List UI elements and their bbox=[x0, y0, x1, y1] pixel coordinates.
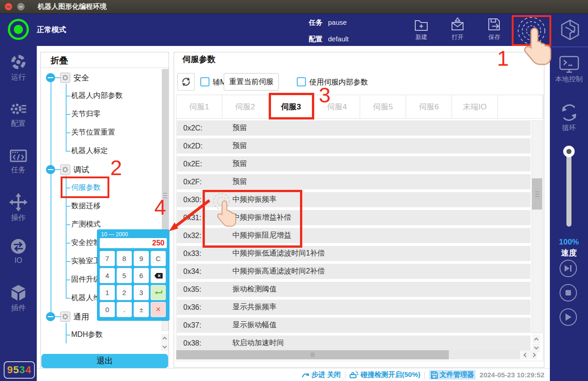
sidebar-item-run[interactable]: 运行 bbox=[0, 54, 37, 82]
tree-item-mdh-params[interactable]: MDH参数 bbox=[71, 330, 102, 340]
tree-group-general[interactable]: 通用 bbox=[74, 312, 89, 322]
step-mode-toggle[interactable]: 步进 关闭 bbox=[301, 370, 341, 379]
key-6[interactable]: 6 bbox=[134, 268, 149, 283]
reset-current-servo-button[interactable]: 重置当前伺服 bbox=[224, 73, 279, 91]
table-row[interactable]: 0x38:软启动加速时间 bbox=[177, 336, 531, 351]
tab-end-io[interactable]: 末端IO bbox=[452, 95, 498, 118]
table-row[interactable]: 0x2D:预留 bbox=[177, 138, 531, 154]
save-button[interactable]: 保存 bbox=[478, 17, 510, 41]
file-manager-button[interactable]: 文件管理器 bbox=[429, 370, 475, 380]
close-window-button[interactable] bbox=[5, 3, 12, 11]
table-row[interactable]: 0x36:显示共振频率 bbox=[177, 300, 531, 315]
tree-toggle-safety[interactable] bbox=[46, 73, 55, 82]
tree-item-production-test[interactable]: 产测模式 bbox=[71, 220, 101, 229]
table-row[interactable]: 0x31:中频抑振增益补偿 bbox=[177, 210, 531, 225]
table-scroll-left-button[interactable] bbox=[522, 351, 529, 359]
open-button[interactable]: 打开 bbox=[441, 17, 474, 41]
key-4[interactable]: 4 bbox=[100, 268, 115, 283]
table-vscrollbar-thumb[interactable] bbox=[532, 178, 542, 210]
table-row[interactable]: 0x37:显示振动幅值 bbox=[177, 318, 531, 333]
table-scroll-right-button[interactable] bbox=[530, 351, 537, 359]
key-9[interactable]: 9 bbox=[134, 251, 149, 266]
keypad-value-input[interactable]: 250 bbox=[100, 238, 167, 248]
tree-scroll-down-button[interactable] bbox=[161, 343, 169, 351]
minimize-window-button[interactable] bbox=[17, 3, 25, 11]
sidebar-item-plugin[interactable]: 插件 bbox=[0, 284, 37, 313]
key-8[interactable]: 8 bbox=[117, 251, 132, 266]
new-file-icon bbox=[413, 17, 429, 32]
table-row[interactable]: 0x34:中频抑振高通滤波时间2补偿 bbox=[177, 264, 531, 279]
table-row[interactable]: 0x30:中频抑振频率 bbox=[177, 192, 531, 207]
sidebar-item-config[interactable]: 配置 bbox=[0, 101, 37, 129]
key-0[interactable]: 0 bbox=[100, 302, 115, 317]
stop-button[interactable] bbox=[560, 284, 577, 301]
sidebar-item-task[interactable]: 任务 bbox=[0, 147, 37, 175]
skip-end-icon bbox=[564, 265, 573, 272]
speed-slider-track[interactable] bbox=[566, 146, 571, 227]
tab-servo3[interactable]: 伺服3 bbox=[268, 95, 314, 118]
tree-item-joint-zero[interactable]: 关节归零 bbox=[71, 109, 101, 119]
step-to-end-button[interactable] bbox=[560, 260, 577, 277]
use-internal-params-checkbox[interactable] bbox=[297, 77, 306, 86]
key-2[interactable]: 2 bbox=[117, 285, 132, 300]
key-decimal[interactable]: . bbox=[117, 302, 132, 317]
sidebar-item-operate[interactable]: 操作 bbox=[0, 193, 37, 223]
key-plusminus[interactable]: ± bbox=[134, 302, 149, 317]
tab-servo5[interactable]: 伺服5 bbox=[360, 95, 406, 118]
tree-item-servo-params[interactable]: 伺服参数 bbox=[71, 183, 101, 193]
tab-servo2[interactable]: 伺服2 bbox=[222, 95, 268, 118]
tree-stub bbox=[66, 261, 70, 262]
aux-mcu-checkbox[interactable] bbox=[200, 77, 209, 86]
collapse-all-button[interactable]: 折叠 bbox=[51, 55, 68, 67]
sidebar-item-io[interactable]: IO bbox=[0, 238, 37, 265]
table-vscrollbar-track[interactable] bbox=[531, 120, 543, 333]
tree-item-data-migration[interactable]: 数据迁移 bbox=[71, 201, 101, 211]
play-icon bbox=[565, 313, 572, 321]
table-row[interactable]: 0x2F:预留 bbox=[177, 174, 531, 189]
table-row[interactable]: 0x2E:预留 bbox=[177, 156, 531, 171]
tree-group-debug[interactable]: 调试 bbox=[74, 165, 89, 175]
local-control-button[interactable]: 本地控制 bbox=[550, 55, 588, 84]
key-3[interactable]: 3 bbox=[134, 285, 149, 300]
row-address: 0x30: bbox=[183, 196, 201, 204]
tree-item-robot-calibration[interactable]: 机器人标定 bbox=[71, 146, 108, 156]
tab-servo6[interactable]: 伺服6 bbox=[406, 95, 452, 118]
table-row[interactable]: 0x32:中频抑振阻尼增益 bbox=[177, 228, 531, 243]
tree-stub bbox=[66, 151, 70, 152]
key-5[interactable]: 5 bbox=[117, 268, 132, 283]
exit-button[interactable]: 退出 bbox=[41, 354, 168, 368]
table-row[interactable]: 0x33:中频抑振低通滤波时间1补偿 bbox=[177, 246, 531, 261]
tree-item-firmware-upgrade[interactable]: 固件升级 bbox=[71, 275, 101, 284]
tab-servo4[interactable]: 伺服4 bbox=[314, 95, 360, 118]
refresh-button[interactable] bbox=[177, 73, 195, 91]
numeric-keypad: 10 — 2000 250 7 8 9 C 4 5 6 1 2 3 0 . ± … bbox=[97, 229, 170, 321]
key-close[interactable]: × bbox=[151, 302, 166, 317]
tree-item-safety-control[interactable]: 安全控制 bbox=[71, 238, 101, 248]
collision-detection-toggle[interactable]: 碰撞检测开启(50%) bbox=[350, 370, 420, 379]
speed-slider-knob[interactable] bbox=[563, 146, 575, 157]
tab-servo1[interactable]: 伺服1 bbox=[176, 95, 222, 118]
loop-button[interactable]: 循环 bbox=[550, 103, 588, 132]
table-scroll-up-button[interactable] bbox=[532, 335, 540, 343]
play-button[interactable] bbox=[560, 308, 577, 326]
drag-teach-button[interactable] bbox=[513, 16, 550, 46]
tree-toggle-debug[interactable] bbox=[46, 165, 55, 174]
table-row[interactable]: 0x2C:预留 bbox=[177, 120, 531, 136]
tree-group-safety[interactable]: 安全 bbox=[74, 73, 89, 83]
tree-toggle-general[interactable] bbox=[46, 312, 55, 321]
tree-scroll-up-button[interactable] bbox=[161, 334, 169, 342]
row-desc: 软启动加速时间 bbox=[232, 338, 284, 348]
key-7[interactable]: 7 bbox=[100, 251, 115, 266]
key-clear[interactable]: C bbox=[151, 251, 166, 266]
key-enter[interactable] bbox=[151, 285, 166, 300]
key-1[interactable]: 1 bbox=[100, 285, 115, 300]
tree-item-robot-internal-params[interactable]: 机器人内部参数 bbox=[71, 91, 123, 101]
key-backspace[interactable] bbox=[151, 268, 166, 283]
new-button[interactable]: 新建 bbox=[405, 17, 437, 41]
tree-item-joint-position-reset[interactable]: 关节位置重置 bbox=[71, 128, 115, 137]
table-hscrollbar-thumb[interactable] bbox=[176, 350, 449, 359]
table-row[interactable]: 0x35:振动检测阈值 bbox=[177, 282, 531, 297]
chevron-left-icon bbox=[523, 353, 528, 357]
robot-model-button[interactable] bbox=[560, 19, 580, 42]
open-button-label: 打开 bbox=[452, 34, 464, 40]
